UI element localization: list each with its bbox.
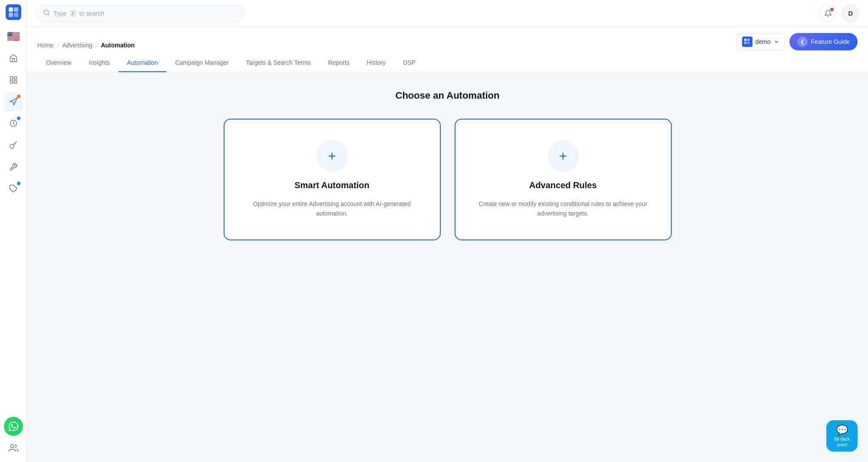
main-content: Type / to search D Home / Advertising / …	[27, 0, 868, 462]
tab-automation[interactable]: Automation	[119, 54, 167, 72]
svg-rect-7	[14, 81, 17, 83]
smart-automation-description: Optimize your entire Advertising account…	[242, 199, 422, 219]
sidebar-item-tools[interactable]	[4, 157, 23, 176]
chat-bubble[interactable]: 💬 Be back soon!	[826, 420, 858, 452]
sidebar-item-advertising[interactable]	[4, 92, 23, 111]
page-title: Choose an Automation	[37, 90, 858, 101]
chat-icon: 💬	[836, 425, 848, 436]
svg-rect-6	[10, 81, 13, 83]
topbar: Type / to search D	[27, 0, 868, 27]
svg-rect-14	[744, 39, 746, 41]
notification-badge	[830, 7, 834, 12]
breadcrumb: Home / Advertising / Automation	[37, 35, 135, 49]
chat-line1: Be back	[834, 437, 850, 442]
feature-guide-button[interactable]: ❮ Feature Guide	[789, 33, 858, 50]
search-icon	[43, 9, 50, 18]
smart-automation-card[interactable]: + Smart Automation Optimize your entire …	[224, 119, 441, 240]
svg-line-13	[48, 14, 49, 15]
tab-history[interactable]: History	[358, 54, 395, 72]
svg-rect-0	[9, 7, 13, 12]
svg-rect-4	[10, 77, 13, 80]
demo-icon	[742, 37, 752, 47]
notifications-button[interactable]	[819, 5, 837, 22]
chevron-down-icon	[773, 39, 779, 45]
tab-insights[interactable]: Insights	[80, 54, 118, 72]
sidebar-item-analytics[interactable]	[4, 114, 23, 133]
svg-rect-15	[747, 39, 749, 41]
search-prefix: Type	[53, 10, 66, 17]
tabs: Overview Insights Automation Campaign Ma…	[37, 54, 858, 72]
svg-rect-2	[9, 13, 13, 17]
advanced-rules-description: Create new or modify existing conditiona…	[473, 199, 653, 219]
sidebar: 🇺🇸	[0, 0, 27, 462]
sidebar-item-home[interactable]	[4, 49, 23, 68]
breadcrumb-sep-2: /	[96, 42, 98, 49]
sidebar-item-users[interactable]	[4, 439, 23, 458]
svg-point-11	[10, 445, 13, 448]
content-area: Choose an Automation + Smart Automation …	[27, 73, 868, 462]
breadcrumb-sep-1: /	[57, 42, 59, 49]
svg-point-12	[44, 10, 49, 15]
svg-rect-17	[747, 42, 749, 44]
breadcrumb-current: Automation	[101, 42, 135, 49]
search-box[interactable]: Type / to search	[36, 5, 244, 22]
tab-overview[interactable]: Overview	[37, 54, 80, 72]
tab-dsp[interactable]: DSP	[394, 54, 424, 72]
tab-campaign-manager[interactable]: Campaign Manager	[166, 54, 237, 72]
topbar-right: D	[819, 5, 859, 22]
smart-automation-title: Smart Automation	[294, 180, 370, 190]
svg-point-9	[10, 144, 13, 148]
smart-automation-plus-icon: +	[317, 140, 348, 172]
tab-reports[interactable]: Reports	[320, 54, 358, 72]
breadcrumb-home[interactable]: Home	[37, 42, 53, 49]
app-logo[interactable]	[6, 4, 21, 20]
svg-rect-1	[14, 7, 18, 12]
feature-guide-icon: ❮	[797, 37, 808, 47]
tab-targets-search[interactable]: Targets & Search Terms	[237, 54, 319, 72]
feature-guide-label: Feature Guide	[811, 38, 850, 45]
advanced-rules-title: Advanced Rules	[529, 180, 597, 190]
advanced-rules-plus-icon: +	[548, 140, 579, 172]
sidebar-item-tags[interactable]	[4, 179, 23, 198]
page-header: Home / Advertising / Automation	[27, 27, 868, 73]
demo-selector[interactable]: demo	[736, 33, 785, 50]
sidebar-bottom	[4, 417, 23, 458]
demo-label: demo	[755, 38, 770, 45]
svg-rect-16	[744, 42, 746, 44]
sidebar-item-flag[interactable]: 🇺🇸	[4, 27, 23, 46]
chat-line2: soon!	[837, 442, 847, 447]
automation-cards: + Smart Automation Optimize your entire …	[209, 119, 686, 240]
search-shortcut: /	[70, 10, 76, 17]
sidebar-item-keys[interactable]	[4, 136, 23, 155]
advanced-rules-card[interactable]: + Advanced Rules Create new or modify ex…	[455, 119, 672, 240]
svg-rect-3	[14, 13, 18, 17]
user-avatar[interactable]: D	[842, 5, 859, 22]
search-suffix: to search	[79, 10, 105, 17]
sidebar-item-grid[interactable]	[4, 70, 23, 90]
svg-rect-5	[14, 77, 17, 80]
breadcrumb-advertising[interactable]: Advertising	[62, 42, 92, 49]
sidebar-item-whatsapp[interactable]	[4, 417, 23, 436]
